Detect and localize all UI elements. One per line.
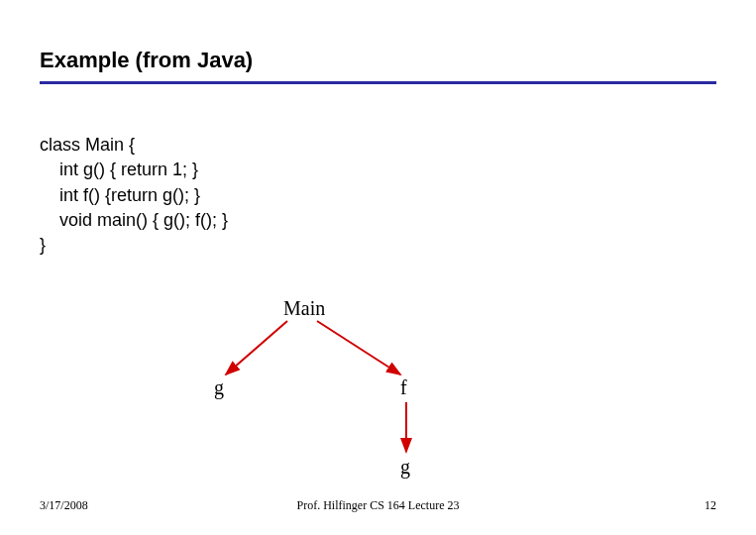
- footer-date: 3/17/2008: [40, 498, 88, 513]
- slide-title: Example (from Java): [40, 48, 716, 73]
- slide-footer: 3/17/2008 Prof. Hilfinger CS 164 Lecture…: [0, 498, 756, 513]
- node-g-left: g: [214, 376, 224, 399]
- title-underline: [40, 81, 716, 84]
- node-g-bottom: g: [400, 456, 410, 479]
- arrow-main-to-g: [226, 321, 287, 374]
- slide: Example (from Java) class Main { int g()…: [0, 0, 756, 535]
- footer-center: Prof. Hilfinger CS 164 Lecture 23: [297, 498, 460, 513]
- node-main: Main: [283, 297, 325, 320]
- footer-page: 12: [704, 498, 716, 513]
- code-block: class Main { int g() { return 1; } int f…: [40, 108, 716, 258]
- code-line: int g() { return 1; }: [40, 160, 198, 179]
- code-line: void main() { g(); f(); }: [40, 210, 228, 230]
- call-diagram: Main g f g: [0, 297, 756, 495]
- code-line: }: [40, 235, 46, 255]
- node-f: f: [400, 376, 407, 399]
- code-line: class Main {: [40, 135, 135, 155]
- code-line: int f() {return g(); }: [40, 185, 200, 205]
- arrows-svg: [0, 297, 756, 495]
- arrow-main-to-f: [317, 321, 400, 374]
